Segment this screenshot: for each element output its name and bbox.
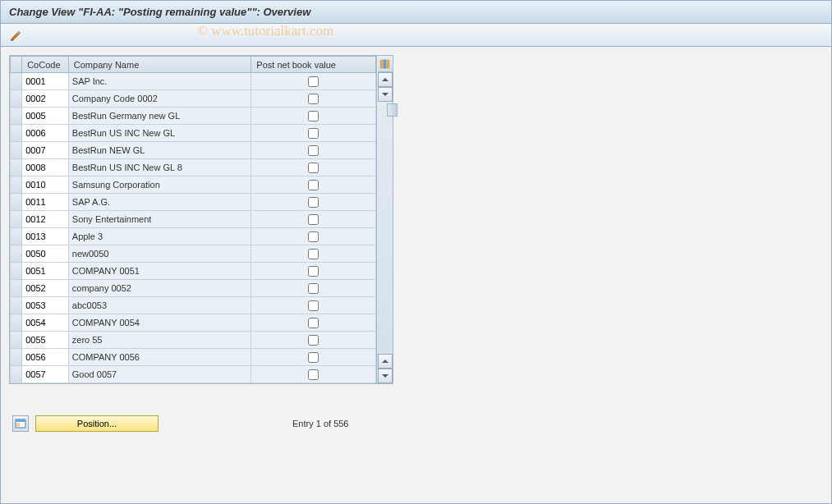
table-row: Good 0057 [11, 366, 376, 383]
post-checkbox[interactable] [308, 318, 319, 328]
column-header-cocode[interactable]: CoCode [22, 57, 69, 73]
cocode-input[interactable] [22, 366, 68, 383]
cocode-input[interactable] [22, 228, 68, 245]
row-handle[interactable] [11, 366, 22, 383]
company-name-cell: SAP Inc. [69, 75, 251, 88]
post-checkbox[interactable] [308, 300, 319, 311]
position-icon [15, 419, 26, 428]
post-checkbox[interactable] [308, 163, 319, 173]
table-row: Apple 3 [11, 228, 376, 245]
cocode-input[interactable] [22, 263, 68, 279]
cocode-input[interactable] [22, 194, 68, 210]
row-handle[interactable] [11, 228, 22, 245]
post-checkbox[interactable] [308, 94, 319, 104]
row-handle[interactable] [11, 280, 22, 297]
cocode-input[interactable] [22, 159, 68, 176]
company-name-cell: Samsung Corporation [69, 178, 251, 191]
row-handle[interactable] [11, 108, 22, 125]
company-name-cell: Good 0057 [69, 368, 251, 381]
company-name-cell: BestRun US INC New GL [69, 126, 251, 140]
cocode-input[interactable] [22, 297, 68, 314]
row-handle[interactable] [11, 176, 22, 194]
table-row: Company Code 0002 [11, 90, 376, 108]
cocode-input[interactable] [22, 332, 68, 348]
table-container: CoCode Company Name Post net book value … [9, 55, 393, 384]
svg-rect-3 [387, 60, 389, 68]
post-checkbox[interactable] [308, 197, 319, 208]
table-settings-button[interactable] [378, 56, 393, 72]
row-handle[interactable] [11, 194, 22, 211]
scroll-up-button[interactable] [378, 72, 393, 87]
post-checkbox[interactable] [308, 214, 319, 225]
cocode-input[interactable] [22, 176, 68, 193]
post-checkbox[interactable] [308, 76, 319, 87]
chevron-down-icon [382, 373, 388, 378]
position-icon-box[interactable] [12, 415, 29, 432]
cocode-input[interactable] [22, 349, 68, 365]
table-row: SAP Inc. [11, 73, 376, 90]
row-handle-header[interactable] [11, 57, 22, 73]
post-checkbox[interactable] [308, 249, 319, 259]
row-handle[interactable] [11, 297, 22, 314]
row-handle[interactable] [11, 245, 22, 263]
post-checkbox[interactable] [308, 369, 319, 380]
company-name-cell: Company Code 0002 [69, 92, 251, 105]
row-handle[interactable] [11, 73, 22, 90]
row-handle[interactable] [11, 332, 22, 349]
table-row: Sony Entertainment [11, 211, 376, 228]
cocode-input[interactable] [22, 280, 68, 296]
svg-rect-6 [16, 424, 20, 424]
column-header-name[interactable]: Company Name [68, 57, 251, 73]
scroll-up-step-button[interactable] [378, 354, 393, 369]
post-checkbox[interactable] [308, 231, 319, 242]
row-handle[interactable] [11, 159, 22, 176]
table-row: BestRun US INC New GL 8 [11, 159, 376, 176]
post-checkbox[interactable] [308, 180, 319, 190]
row-handle[interactable] [11, 349, 22, 366]
position-button[interactable]: Position... [35, 415, 159, 432]
row-handle[interactable] [11, 314, 22, 332]
cocode-input[interactable] [22, 90, 68, 107]
company-name-cell: Apple 3 [69, 230, 251, 243]
scroll-down-button[interactable] [378, 369, 393, 383]
cocode-input[interactable] [22, 245, 68, 262]
post-checkbox[interactable] [308, 266, 319, 277]
columns-icon [379, 59, 391, 69]
post-checkbox[interactable] [308, 335, 319, 346]
row-handle[interactable] [11, 125, 22, 142]
cocode-input[interactable] [22, 314, 68, 331]
row-handle[interactable] [11, 263, 22, 280]
row-handle[interactable] [11, 90, 22, 108]
toolbar [1, 24, 831, 47]
post-checkbox[interactable] [308, 111, 319, 121]
table-row: BestRun NEW GL [11, 142, 376, 159]
cocode-input[interactable] [22, 211, 68, 227]
post-checkbox[interactable] [308, 283, 319, 294]
scroll-down-step-button[interactable] [378, 87, 393, 102]
cocode-input[interactable] [22, 125, 68, 141]
company-name-cell: BestRun NEW GL [69, 144, 251, 157]
company-name-cell: COMPANY 0051 [69, 264, 251, 277]
svg-rect-2 [384, 60, 386, 68]
post-checkbox[interactable] [308, 145, 319, 156]
row-handle[interactable] [11, 142, 22, 159]
svg-rect-7 [16, 425, 20, 426]
table-row: abc0053 [11, 297, 376, 314]
table-row: company 0052 [11, 280, 376, 297]
cocode-input[interactable] [22, 108, 68, 124]
scroll-thumb[interactable] [387, 103, 398, 117]
cocode-input[interactable] [22, 73, 68, 89]
post-checkbox[interactable] [308, 352, 319, 363]
table-header-row: CoCode Company Name Post net book value [11, 57, 376, 73]
table-row: BestRun Germany new GL [11, 108, 376, 125]
vertical-scrollbar[interactable] [376, 56, 393, 383]
company-name-cell: abc0053 [69, 299, 251, 312]
post-checkbox[interactable] [308, 128, 319, 139]
row-handle[interactable] [11, 211, 22, 228]
cocode-input[interactable] [22, 142, 68, 158]
column-header-post[interactable]: Post net book value [251, 57, 376, 73]
company-name-cell: SAP A.G. [69, 195, 251, 208]
config-tool-button[interactable] [7, 27, 25, 44]
table-row: COMPANY 0051 [11, 263, 376, 280]
table-row: COMPANY 0054 [11, 314, 376, 332]
